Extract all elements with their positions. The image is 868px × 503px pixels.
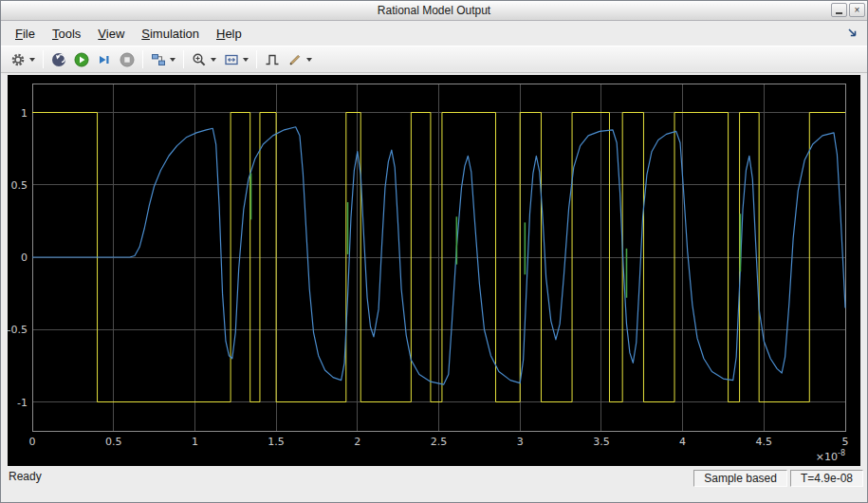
- close-icon: ×: [855, 6, 860, 15]
- measurements-button[interactable]: [284, 48, 316, 71]
- svg-text:0.5: 0.5: [11, 179, 28, 192]
- svg-text:1: 1: [21, 107, 28, 120]
- status-cells: Sample based T=4.9e-08: [693, 470, 863, 487]
- scope-display: -1-0.500.5100.511.522.533.544.55×10-8: [8, 75, 860, 466]
- close-button[interactable]: ×: [849, 3, 865, 17]
- statusbar: Ready Sample based T=4.9e-08: [1, 466, 867, 502]
- stop-button[interactable]: [116, 48, 139, 71]
- step-back-button[interactable]: [47, 48, 70, 71]
- triggers-button[interactable]: [261, 48, 284, 71]
- zoom-icon: [192, 52, 207, 67]
- layout-button[interactable]: [147, 48, 179, 71]
- menu-tools[interactable]: Tools: [44, 24, 89, 44]
- minimize-icon: [836, 12, 842, 14]
- toolbar-separator: [183, 50, 184, 68]
- dropdown-arrow-icon: [306, 58, 312, 62]
- menu-help[interactable]: Help: [208, 24, 250, 44]
- svg-text:2: 2: [354, 436, 360, 448]
- svg-text:3: 3: [517, 436, 524, 448]
- dropdown-arrow-icon: [243, 58, 249, 62]
- svg-text:0: 0: [29, 436, 36, 448]
- svg-text:0: 0: [21, 252, 28, 264]
- dropdown-arrow-icon: [211, 58, 216, 62]
- dropdown-arrow-icon: [29, 58, 35, 62]
- svg-text:5: 5: [842, 436, 849, 448]
- step-forward-icon: [97, 52, 112, 67]
- titlebar: Rational Model Output ×: [1, 1, 867, 21]
- svg-text:1: 1: [192, 436, 198, 448]
- run-icon: [74, 52, 89, 67]
- svg-text:4: 4: [679, 436, 686, 448]
- svg-text:-1: -1: [17, 397, 28, 409]
- svg-text:2.5: 2.5: [431, 436, 448, 448]
- stop-icon: [120, 52, 135, 67]
- scope-canvas[interactable]: -1-0.500.5100.511.522.533.544.55×10-8: [8, 75, 860, 466]
- window-title: Rational Model Output: [378, 4, 490, 17]
- autoscale-button[interactable]: [220, 48, 252, 71]
- menu-file[interactable]: File: [7, 24, 44, 44]
- titlebar-buttons: ×: [831, 3, 865, 17]
- toolbar: [1, 46, 867, 73]
- status-sim-time: T=4.9e-08: [790, 470, 863, 487]
- zoom-button[interactable]: [188, 48, 220, 71]
- menubar: File Tools View Simulation Help: [1, 21, 867, 46]
- status-ready-text: Ready: [9, 470, 42, 483]
- svg-text:-0.5: -0.5: [8, 324, 28, 336]
- step-forward-button[interactable]: [93, 48, 116, 71]
- dock-arrow-icon: [846, 27, 859, 40]
- menu-view[interactable]: View: [89, 24, 133, 44]
- run-button[interactable]: [70, 48, 93, 71]
- toolbar-separator: [142, 50, 143, 68]
- step-back-icon: [51, 52, 66, 67]
- svg-text:3.5: 3.5: [593, 436, 610, 448]
- svg-text:0.5: 0.5: [105, 436, 122, 448]
- pencil-icon: [287, 52, 303, 67]
- scope-window: Rational Model Output × File Tools View …: [0, 0, 868, 503]
- toolbar-separator: [256, 50, 257, 68]
- settings-button[interactable]: [7, 48, 39, 71]
- gear-icon: [10, 52, 26, 67]
- minimize-button[interactable]: [831, 3, 847, 17]
- svg-text:4.5: 4.5: [756, 436, 773, 448]
- dock-scope-button[interactable]: [845, 26, 860, 41]
- layout-icon: [151, 52, 166, 67]
- triggers-icon: [265, 52, 280, 67]
- dropdown-arrow-icon: [170, 58, 175, 62]
- toolbar-separator: [43, 50, 44, 68]
- autoscale-icon: [224, 52, 239, 67]
- menu-simulation[interactable]: Simulation: [133, 24, 208, 44]
- status-sample-mode: Sample based: [693, 470, 787, 487]
- svg-text:1.5: 1.5: [268, 436, 285, 448]
